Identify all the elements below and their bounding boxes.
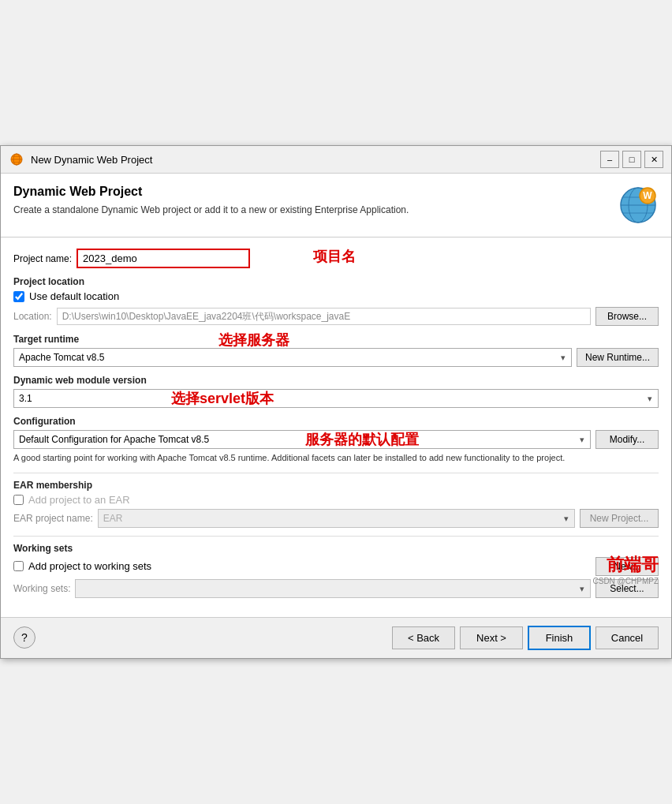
runtime-row: Apache Tomcat v8.5 <None> New Runtime... [13, 348, 659, 367]
version-select-wrapper: 3.1 3.0 2.5 2.4 2.3 选择servlet版本 [13, 389, 659, 408]
ear-membership-label: EAR membership [13, 480, 659, 491]
modify-button[interactable]: Modify... [595, 430, 659, 449]
title-text: New Dynamic Web Project [31, 154, 152, 166]
working-sets-input-row: Working sets: Select... [13, 579, 659, 598]
project-name-row: Project name: 项目名 [13, 249, 659, 268]
main-content: Project name: 项目名 Project location Use d… [1, 237, 671, 616]
footer: ? < Back Next > Finish Cancel [1, 617, 671, 658]
location-input[interactable] [57, 308, 591, 325]
dialog-icon [9, 151, 24, 167]
header-description: Create a standalone Dynamic Web project … [13, 204, 409, 217]
ear-checkbox-row: Add project to an EAR [13, 494, 659, 506]
watermark-text: 前端哥 [593, 553, 659, 577]
finish-button[interactable]: Finish [528, 626, 591, 650]
configuration-row: Default Configuration for Apache Tomcat … [13, 430, 659, 449]
cancel-button[interactable]: Cancel [595, 626, 659, 649]
config-select-wrapper: Default Configuration for Apache Tomcat … [13, 430, 591, 449]
ear-project-select-wrapper: EAR [98, 509, 575, 528]
browse-button[interactable]: Browse... [595, 307, 659, 326]
working-sets-section: Working sets Add project to working sets… [13, 543, 659, 598]
new-runtime-button[interactable]: New Runtime... [577, 348, 659, 367]
version-row: 3.1 3.0 2.5 2.4 2.3 选择servlet版本 [13, 389, 659, 408]
header-area: Dynamic Web Project Create a standalone … [1, 174, 671, 237]
web-module-version-section: Dynamic web module version 3.1 3.0 2.5 2… [13, 375, 659, 408]
maximize-button[interactable]: □ [622, 151, 641, 168]
use-default-location-checkbox[interactable] [13, 291, 24, 302]
project-name-annotation: 项目名 [313, 247, 356, 266]
footer-left: ? [13, 626, 35, 649]
dialog-new-dynamic-web-project: New Dynamic Web Project – □ ✕ Dynamic We… [0, 145, 672, 658]
add-to-ear-label[interactable]: Add project to an EAR [28, 494, 130, 506]
use-default-location-text[interactable]: Use default location [29, 290, 119, 302]
working-sets-select-wrapper [75, 579, 591, 598]
target-runtime-section: Target runtime 选择服务器 Apache Tomcat v8.5 … [13, 334, 659, 367]
header-title: Dynamic Web Project [13, 185, 409, 199]
target-runtime-select-wrapper: Apache Tomcat v8.5 <None> [13, 348, 572, 367]
new-ear-project-button[interactable]: New Project... [580, 509, 659, 528]
title-bar-left: New Dynamic Web Project [9, 151, 152, 167]
version-select[interactable]: 3.1 3.0 2.5 2.4 2.3 [13, 389, 659, 408]
footer-right: < Back Next > Finish Cancel [392, 626, 659, 650]
web-module-version-label: Dynamic web module version [13, 375, 659, 386]
ear-membership-section: EAR membership Add project to an EAR EAR… [13, 480, 659, 528]
working-sets-label: Working sets: [13, 583, 70, 594]
working-sets-section-label: Working sets [13, 543, 659, 554]
target-runtime-annotation: 选择服务器 [218, 331, 289, 350]
add-to-working-sets-label[interactable]: Add project to working sets [28, 560, 151, 572]
config-annotation: 服务器的默认配置 [305, 430, 419, 449]
configuration-section: Configuration Default Configuration for … [13, 416, 659, 464]
title-bar: New Dynamic Web Project – □ ✕ [1, 146, 671, 174]
configuration-select[interactable]: Default Configuration for Apache Tomcat … [13, 430, 591, 449]
back-button[interactable]: < Back [392, 626, 455, 649]
next-button[interactable]: Next > [460, 626, 523, 649]
configuration-description: A good starting point for working with A… [13, 452, 659, 464]
use-default-location-row: Use default location [13, 290, 659, 302]
project-name-input[interactable] [77, 249, 250, 268]
ear-project-select[interactable]: EAR [98, 509, 575, 528]
project-location-section: Project location Use default location Lo… [13, 276, 659, 326]
target-runtime-select[interactable]: Apache Tomcat v8.5 <None> [13, 348, 572, 367]
location-row: Location: Browse... [13, 307, 659, 326]
header-left: Dynamic Web Project Create a standalone … [13, 185, 409, 217]
help-button[interactable]: ? [13, 626, 35, 649]
header-icon: W [618, 185, 659, 226]
target-runtime-label: Target runtime [13, 334, 659, 345]
project-location-label: Project location [13, 276, 659, 287]
add-to-working-sets-checkbox[interactable] [13, 561, 24, 571]
working-sets-checkbox-row: Add project to working sets New... [13, 557, 659, 576]
add-to-ear-checkbox[interactable] [13, 495, 24, 505]
svg-text:W: W [643, 190, 652, 201]
working-sets-select[interactable] [75, 579, 591, 598]
ear-project-row: EAR project name: EAR New Project... [13, 509, 659, 528]
close-button[interactable]: ✕ [644, 151, 663, 168]
separator-1 [13, 473, 659, 473]
location-label: Location: [13, 311, 52, 322]
version-annotation: 选择servlet版本 [171, 389, 274, 408]
configuration-label: Configuration [13, 416, 659, 427]
title-controls: – □ ✕ [600, 151, 663, 168]
project-name-label: Project name: [13, 253, 72, 264]
separator-2 [13, 536, 659, 537]
minimize-button[interactable]: – [600, 151, 619, 168]
ear-project-label: EAR project name: [13, 513, 93, 524]
watermark-subtext: CSDN @CHPMPZ [593, 577, 659, 585]
watermark-area: 前端哥 CSDN @CHPMPZ [593, 553, 659, 585]
